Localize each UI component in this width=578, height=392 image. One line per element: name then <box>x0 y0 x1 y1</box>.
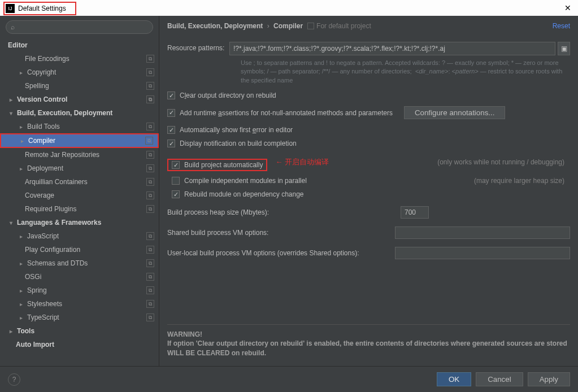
sidebar-item-label: Build Tools <box>27 123 60 130</box>
sidebar-item-spring[interactable]: Spring⧉ <box>0 284 159 297</box>
sidebar-item-schemas-and-dtds[interactable]: Schemas and DTDs⧉ <box>0 256 159 270</box>
breadcrumb-subtext: For default project <box>307 22 371 30</box>
sidebar-item-osgi[interactable]: OSGi⧉ <box>0 270 159 284</box>
sidebar-item-label: TypeScript <box>27 313 59 321</box>
sidebar-item-required-plugins[interactable]: Required Plugins⧉ <box>0 202 159 216</box>
sidebar-item-label: Stylesheets <box>27 300 62 308</box>
clear-output-checkbox[interactable] <box>167 92 175 99</box>
sidebar-item-arquillian-containers[interactable]: Arquillian Containers⧉ <box>0 175 159 189</box>
sidebar-item-javascript[interactable]: JavaScript⧉ <box>0 229 159 243</box>
sidebar-item-tools[interactable]: Tools <box>0 324 159 338</box>
chevron-icon[interactable] <box>8 95 14 103</box>
rebuild-dep-checkbox[interactable] <box>172 190 180 198</box>
project-scope-icon: ⧉ <box>146 300 154 308</box>
sidebar-item-label: Editor <box>8 41 28 49</box>
sidebar-item-remote-jar-repositories[interactable]: Remote Jar Repositories⧉ <box>0 148 159 162</box>
ok-button[interactable]: OK <box>437 372 471 386</box>
build-auto-highlight: Build project automatically <box>167 159 267 171</box>
sidebar-item-label: Compiler <box>28 137 55 145</box>
app-icon: IJ <box>6 4 15 13</box>
search-input[interactable]: ⌕ <box>6 20 153 34</box>
resource-patterns-input[interactable] <box>229 42 555 55</box>
sidebar-item-label: Required Plugins <box>25 205 76 213</box>
project-scope-icon: ⧉ <box>146 273 154 281</box>
chevron-icon[interactable] <box>18 286 24 294</box>
cancel-button[interactable]: Cancel <box>476 372 523 386</box>
title-highlight: IJ Default Settings <box>3 2 76 15</box>
breadcrumb-part2[interactable]: Compiler <box>273 22 303 30</box>
sidebar-item-typescript[interactable]: TypeScript⧉ <box>0 311 159 324</box>
sidebar-item-label: Play Configuration <box>25 246 80 254</box>
sidebar-item-copyright[interactable]: Copyright⧉ <box>0 66 159 79</box>
assertions-checkbox[interactable] <box>167 109 175 117</box>
sidebar-item-label: Schemas and DTDs <box>27 259 88 267</box>
sidebar-item-label: Deployment <box>27 164 63 172</box>
user-vm-input[interactable] <box>395 247 570 259</box>
display-notification-checkbox[interactable] <box>167 140 175 147</box>
sidebar-item-label: JavaScript <box>27 232 59 240</box>
sidebar-item-coverage[interactable]: Coverage⧉ <box>0 189 159 202</box>
expand-patterns-button[interactable]: ▣ <box>558 42 570 55</box>
auto-show-error-checkbox[interactable] <box>167 126 175 134</box>
compile-parallel-hint: (may require larger heap size) <box>474 177 570 185</box>
chevron-icon[interactable] <box>8 327 14 335</box>
chevron-icon[interactable] <box>18 313 24 321</box>
compile-parallel-checkbox[interactable] <box>172 177 180 185</box>
build-auto-hint: (only works while not running / debuggin… <box>437 158 570 166</box>
clear-output-label: Clear output directory on rebuild <box>180 92 276 99</box>
project-scope-icon: ⧉ <box>146 164 154 172</box>
sidebar-item-compiler[interactable]: Compiler⧉ <box>0 133 159 148</box>
help-button[interactable]: ? <box>8 373 20 386</box>
sidebar-item-spelling[interactable]: Spelling⧉ <box>0 79 159 93</box>
sidebar-item-stylesheets[interactable]: Stylesheets⧉ <box>0 297 159 311</box>
heap-size-input[interactable] <box>401 206 429 219</box>
warning-block: WARNING! If option 'Clear output directo… <box>167 311 570 366</box>
configure-annotations-button[interactable]: Configure annotations... <box>404 106 506 119</box>
breadcrumb-part1[interactable]: Build, Execution, Deployment <box>167 22 263 30</box>
chevron-icon[interactable] <box>18 164 24 172</box>
chevron-icon[interactable] <box>8 109 14 117</box>
sidebar-item-play-configuration[interactable]: Play Configuration⧉ <box>0 243 159 256</box>
sidebar-item-build-tools[interactable]: Build Tools⧉ <box>0 120 159 133</box>
sidebar-item-deployment[interactable]: Deployment⧉ <box>0 162 159 175</box>
project-scope-icon: ⧉ <box>146 313 154 321</box>
sidebar-item-label: Remote Jar Repositories <box>25 151 99 159</box>
project-scope-icon: ⧉ <box>146 191 154 199</box>
sidebar-item-auto-import[interactable]: Auto Import <box>0 338 159 351</box>
chevron-icon[interactable] <box>18 68 24 76</box>
chevron-icon[interactable] <box>19 137 25 145</box>
sidebar-item-label: File Encodings <box>25 55 69 63</box>
sidebar-item-build-execution-deployment[interactable]: Build, Execution, Deployment <box>0 106 159 120</box>
chevron-icon[interactable] <box>18 232 24 240</box>
project-scope-icon: ⧉ <box>146 151 154 159</box>
chevron-icon[interactable] <box>18 259 24 267</box>
sidebar-item-label: Spring <box>27 286 47 294</box>
reset-link[interactable]: Reset <box>553 22 570 30</box>
dialog-footer: ? OK Cancel Apply <box>0 366 578 392</box>
settings-tree: EditorFile Encodings⧉Copyright⧉Spelling⧉… <box>0 37 159 366</box>
sidebar: ⌕ EditorFile Encodings⧉Copyright⧉Spellin… <box>0 16 159 366</box>
sidebar-item-label: Spelling <box>25 82 49 90</box>
heap-size-label: Build process heap size (Mbytes): <box>167 208 269 216</box>
sidebar-item-editor[interactable]: Editor <box>0 38 159 52</box>
build-auto-label: Build project automatically <box>184 161 263 169</box>
build-auto-checkbox[interactable] <box>172 161 180 169</box>
sidebar-item-label: OSGi <box>25 273 41 281</box>
sidebar-item-file-encodings[interactable]: File Encodings⧉ <box>0 52 159 66</box>
project-scope-icon: ⧉ <box>146 123 154 130</box>
content-panel: Build, Execution, Deployment › Compiler … <box>159 16 578 366</box>
sidebar-item-languages-frameworks[interactable]: Languages & Frameworks <box>0 216 159 229</box>
chevron-icon[interactable] <box>18 300 24 308</box>
display-notification-label: Display notification on build completion <box>180 140 297 147</box>
apply-button[interactable]: Apply <box>528 372 570 386</box>
resource-patterns-label: Resource patterns: <box>167 42 229 52</box>
shared-vm-input[interactable] <box>395 227 570 239</box>
chevron-icon[interactable] <box>8 219 14 227</box>
project-scope-icon: ⧉ <box>146 286 154 294</box>
search-icon: ⌕ <box>11 23 15 31</box>
chevron-icon[interactable] <box>18 123 24 130</box>
window-title: Default Settings <box>18 5 66 12</box>
sidebar-item-version-control[interactable]: Version Control⧉ <box>0 93 159 106</box>
close-icon[interactable]: ✕ <box>561 3 575 12</box>
project-scope-icon: ⧉ <box>146 55 154 63</box>
